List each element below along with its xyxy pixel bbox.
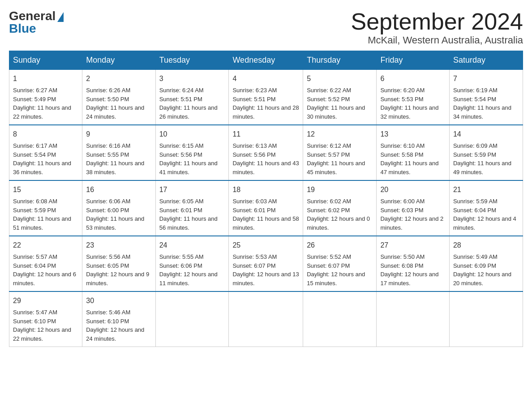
sunset-text: Sunset: 6:05 PM bbox=[86, 262, 129, 269]
day-number: 27 bbox=[380, 240, 445, 251]
day-number: 17 bbox=[159, 184, 225, 195]
logo-blue-text: Blue bbox=[9, 21, 36, 36]
sunrise-text: Sunrise: 6:26 AM bbox=[86, 87, 130, 94]
calendar-day-cell: 15 Sunrise: 6:08 AM Sunset: 5:59 PM Dayl… bbox=[9, 180, 82, 236]
daylight-text: Daylight: 12 hours and 20 minutes. bbox=[453, 271, 511, 287]
calendar-day-cell: 19 Sunrise: 6:02 AM Sunset: 6:02 PM Dayl… bbox=[303, 180, 377, 236]
calendar-day-cell: 13 Sunrise: 6:10 AM Sunset: 5:58 PM Dayl… bbox=[377, 125, 449, 180]
calendar-week-row: 1 Sunrise: 6:27 AM Sunset: 5:49 PM Dayli… bbox=[9, 70, 523, 125]
calendar-day-cell bbox=[449, 291, 523, 347]
calendar-week-row: 8 Sunrise: 6:17 AM Sunset: 5:54 PM Dayli… bbox=[9, 125, 523, 180]
sunrise-text: Sunrise: 5:57 AM bbox=[13, 253, 57, 260]
calendar-day-cell: 24 Sunrise: 5:55 AM Sunset: 6:06 PM Dayl… bbox=[155, 236, 229, 291]
calendar-day-cell: 22 Sunrise: 5:57 AM Sunset: 6:04 PM Dayl… bbox=[9, 236, 82, 291]
daylight-text: Daylight: 11 hours and 34 minutes. bbox=[453, 104, 511, 120]
daylight-text: Daylight: 12 hours and 9 minutes. bbox=[86, 271, 149, 287]
daylight-text: Daylight: 11 hours and 58 minutes. bbox=[232, 215, 299, 231]
day-number: 26 bbox=[307, 240, 373, 251]
day-number: 25 bbox=[232, 240, 299, 251]
daylight-text: Daylight: 11 hours and 28 minutes. bbox=[232, 104, 299, 120]
sunset-text: Sunset: 6:04 PM bbox=[453, 207, 496, 214]
daylight-text: Daylight: 11 hours and 53 minutes. bbox=[86, 215, 144, 231]
sunset-text: Sunset: 5:51 PM bbox=[159, 96, 202, 103]
day-number: 6 bbox=[380, 73, 445, 84]
sunrise-text: Sunrise: 5:46 AM bbox=[86, 309, 130, 316]
sunrise-text: Sunrise: 6:27 AM bbox=[13, 87, 57, 94]
day-number: 30 bbox=[86, 295, 151, 306]
calendar-day-cell: 3 Sunrise: 6:24 AM Sunset: 5:51 PM Dayli… bbox=[155, 70, 229, 125]
day-number: 22 bbox=[13, 240, 78, 251]
daylight-text: Daylight: 11 hours and 41 minutes. bbox=[159, 160, 218, 176]
sunset-text: Sunset: 5:52 PM bbox=[307, 96, 350, 103]
sunrise-text: Sunrise: 6:09 AM bbox=[453, 142, 498, 149]
day-number: 29 bbox=[13, 295, 78, 306]
sunset-text: Sunset: 6:04 PM bbox=[13, 262, 56, 269]
sunset-text: Sunset: 6:09 PM bbox=[453, 262, 496, 269]
sunrise-text: Sunrise: 6:24 AM bbox=[159, 87, 204, 94]
sunset-text: Sunset: 6:00 PM bbox=[86, 207, 129, 214]
sunrise-text: Sunrise: 5:49 AM bbox=[453, 253, 498, 260]
sunrise-text: Sunrise: 6:05 AM bbox=[159, 198, 204, 205]
daylight-text: Daylight: 11 hours and 32 minutes. bbox=[380, 104, 438, 120]
calendar-day-cell: 29 Sunrise: 5:47 AM Sunset: 6:10 PM Dayl… bbox=[9, 291, 82, 347]
calendar-day-cell: 5 Sunrise: 6:22 AM Sunset: 5:52 PM Dayli… bbox=[303, 70, 377, 125]
daylight-text: Daylight: 12 hours and 13 minutes. bbox=[232, 271, 299, 287]
day-number: 16 bbox=[86, 184, 151, 195]
sunrise-text: Sunrise: 5:56 AM bbox=[86, 253, 130, 260]
daylight-text: Daylight: 11 hours and 30 minutes. bbox=[307, 104, 365, 120]
sunrise-text: Sunrise: 6:15 AM bbox=[159, 142, 204, 149]
location-text: McKail, Western Australia, Australia bbox=[351, 34, 523, 46]
day-number: 10 bbox=[159, 129, 225, 140]
calendar-day-cell: 30 Sunrise: 5:46 AM Sunset: 6:10 PM Dayl… bbox=[82, 291, 155, 347]
sunrise-text: Sunrise: 6:03 AM bbox=[232, 198, 277, 205]
daylight-text: Daylight: 11 hours and 38 minutes. bbox=[86, 160, 144, 176]
day-number: 7 bbox=[453, 73, 519, 84]
calendar-day-cell: 7 Sunrise: 6:19 AM Sunset: 5:54 PM Dayli… bbox=[449, 70, 523, 125]
col-thursday: Thursday bbox=[303, 51, 377, 70]
daylight-text: Daylight: 12 hours and 17 minutes. bbox=[380, 271, 438, 287]
sunset-text: Sunset: 6:08 PM bbox=[380, 262, 423, 269]
day-number: 2 bbox=[86, 73, 151, 84]
col-saturday: Saturday bbox=[449, 51, 523, 70]
sunrise-text: Sunrise: 5:55 AM bbox=[159, 253, 204, 260]
sunset-text: Sunset: 5:54 PM bbox=[13, 151, 56, 158]
daylight-text: Daylight: 12 hours and 24 minutes. bbox=[86, 326, 144, 342]
sunrise-text: Sunrise: 6:23 AM bbox=[232, 87, 277, 94]
daylight-text: Daylight: 12 hours and 11 minutes. bbox=[159, 271, 218, 287]
sunrise-text: Sunrise: 6:08 AM bbox=[13, 198, 57, 205]
sunrise-text: Sunrise: 5:59 AM bbox=[453, 198, 498, 205]
sunset-text: Sunset: 5:56 PM bbox=[232, 151, 275, 158]
calendar-day-cell: 4 Sunrise: 6:23 AM Sunset: 5:51 PM Dayli… bbox=[229, 70, 303, 125]
calendar-day-cell bbox=[303, 291, 377, 347]
calendar-day-cell: 20 Sunrise: 6:00 AM Sunset: 6:03 PM Dayl… bbox=[377, 180, 449, 236]
calendar-day-cell: 25 Sunrise: 5:53 AM Sunset: 6:07 PM Dayl… bbox=[229, 236, 303, 291]
calendar-day-cell bbox=[229, 291, 303, 347]
day-number: 11 bbox=[232, 129, 299, 140]
daylight-text: Daylight: 11 hours and 51 minutes. bbox=[13, 215, 71, 231]
day-number: 24 bbox=[159, 240, 225, 251]
daylight-text: Daylight: 11 hours and 36 minutes. bbox=[13, 160, 71, 176]
col-monday: Monday bbox=[82, 51, 155, 70]
sunrise-text: Sunrise: 5:53 AM bbox=[232, 253, 277, 260]
sunset-text: Sunset: 5:53 PM bbox=[380, 96, 423, 103]
sunset-text: Sunset: 5:59 PM bbox=[13, 207, 56, 214]
calendar-week-row: 22 Sunrise: 5:57 AM Sunset: 6:04 PM Dayl… bbox=[9, 236, 523, 291]
daylight-text: Daylight: 11 hours and 43 minutes. bbox=[232, 160, 299, 176]
daylight-text: Daylight: 12 hours and 4 minutes. bbox=[453, 215, 516, 231]
sunrise-text: Sunrise: 5:47 AM bbox=[13, 309, 57, 316]
sunrise-text: Sunrise: 6:13 AM bbox=[232, 142, 277, 149]
day-number: 19 bbox=[307, 184, 373, 195]
sunrise-text: Sunrise: 6:16 AM bbox=[86, 142, 130, 149]
calendar-day-cell: 18 Sunrise: 6:03 AM Sunset: 6:01 PM Dayl… bbox=[229, 180, 303, 236]
day-number: 20 bbox=[380, 184, 445, 195]
sunset-text: Sunset: 5:56 PM bbox=[159, 151, 202, 158]
sunrise-text: Sunrise: 6:17 AM bbox=[13, 142, 57, 149]
calendar-day-cell: 10 Sunrise: 6:15 AM Sunset: 5:56 PM Dayl… bbox=[155, 125, 229, 180]
calendar-table: Sunday Monday Tuesday Wednesday Thursday… bbox=[9, 51, 523, 347]
day-number: 18 bbox=[232, 184, 299, 195]
day-number: 12 bbox=[307, 129, 373, 140]
day-number: 1 bbox=[13, 73, 78, 84]
sunrise-text: Sunrise: 6:20 AM bbox=[380, 87, 425, 94]
sunset-text: Sunset: 6:10 PM bbox=[13, 318, 56, 325]
sunrise-text: Sunrise: 6:12 AM bbox=[307, 142, 351, 149]
